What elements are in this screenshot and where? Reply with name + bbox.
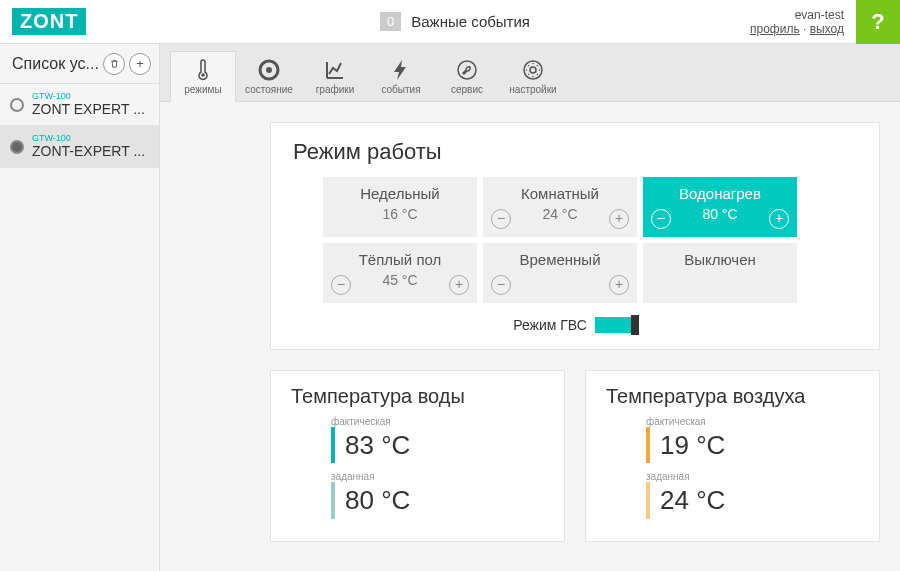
- thermometer-icon: [191, 58, 215, 82]
- events-label: Важные события: [411, 13, 530, 30]
- svg-point-3: [458, 61, 476, 79]
- radio-icon: [10, 98, 24, 112]
- air-temp-title: Температура воздуха: [606, 385, 859, 408]
- air-temp-card: Температура воздуха фактическая 19 °C за…: [585, 370, 880, 542]
- plus-icon[interactable]: +: [769, 209, 789, 229]
- chart-icon: [323, 58, 347, 82]
- mode-card-title: Режим работы: [293, 139, 857, 165]
- device-model: GTW-100: [32, 92, 145, 101]
- mode-water-heating[interactable]: Водонагрев 80 °C − +: [643, 177, 797, 237]
- water-temp-card: Температура воды фактическая 83 °C задан…: [270, 370, 565, 542]
- plus-icon[interactable]: +: [609, 209, 629, 229]
- device-model: GTW-100: [32, 134, 145, 143]
- username: evan-test: [750, 8, 844, 22]
- target-icon: [257, 58, 281, 82]
- sidebar: Список ус... + GTW-100 ZONT EXPERT ... G…: [0, 44, 160, 571]
- help-button[interactable]: ?: [856, 0, 900, 44]
- radio-icon: [10, 140, 24, 154]
- add-device-icon[interactable]: +: [129, 53, 151, 75]
- mode-warm-floor[interactable]: Тёплый пол 45 °C − +: [323, 243, 477, 303]
- toggle-knob: [631, 315, 639, 335]
- minus-icon[interactable]: −: [491, 209, 511, 229]
- sidebar-title: Список ус...: [12, 55, 99, 73]
- wrench-icon: [455, 58, 479, 82]
- mode-weekly[interactable]: Недельный 16 °C: [323, 177, 477, 237]
- tab-modes[interactable]: режимы: [170, 51, 236, 102]
- gvs-label: Режим ГВС: [513, 317, 587, 333]
- water-actual-value: 83 °C: [331, 427, 544, 463]
- air-target-label: заданная: [646, 471, 859, 482]
- tab-charts[interactable]: графики: [302, 52, 368, 101]
- gvs-toggle[interactable]: [595, 317, 637, 333]
- plus-icon[interactable]: +: [449, 275, 469, 295]
- device-item[interactable]: GTW-100 ZONT EXPERT ...: [0, 84, 159, 126]
- device-name: ZONT-EXPERT ...: [32, 143, 145, 159]
- gvs-row: Режим ГВС: [293, 317, 857, 333]
- logo: ZONT: [12, 8, 86, 35]
- mode-room[interactable]: Комнатный 24 °C − +: [483, 177, 637, 237]
- trash-icon[interactable]: [103, 53, 125, 75]
- water-actual-label: фактическая: [331, 416, 544, 427]
- mode-off[interactable]: Выключен: [643, 243, 797, 303]
- minus-icon[interactable]: −: [651, 209, 671, 229]
- events-badge: 0: [380, 12, 401, 31]
- header: ZONT 0 Важные события evan-test профиль …: [0, 0, 900, 44]
- logo-area: ZONT: [0, 8, 160, 35]
- events-center[interactable]: 0 Важные события: [160, 12, 750, 31]
- mode-card: Режим работы Недельный 16 °C Комнатный 2…: [270, 122, 880, 350]
- air-actual-value: 19 °C: [646, 427, 859, 463]
- tab-service[interactable]: сервис: [434, 52, 500, 101]
- tab-settings[interactable]: настройки: [500, 52, 566, 101]
- tab-state[interactable]: состояние: [236, 52, 302, 101]
- device-name: ZONT EXPERT ...: [32, 101, 145, 117]
- water-target-label: заданная: [331, 471, 544, 482]
- water-target-value: 80 °C: [331, 482, 544, 518]
- bolt-icon: [389, 58, 413, 82]
- logout-link[interactable]: выход: [810, 22, 844, 36]
- mode-temporary[interactable]: Временный − +: [483, 243, 637, 303]
- svg-point-2: [266, 67, 272, 73]
- user-block: evan-test профиль · выход: [750, 8, 856, 36]
- sidebar-header: Список ус... +: [0, 44, 159, 84]
- gear-icon: [521, 58, 545, 82]
- svg-point-5: [530, 67, 536, 73]
- minus-icon[interactable]: −: [491, 275, 511, 295]
- tabs: режимы состояние графики события сервис …: [160, 44, 900, 102]
- tab-events[interactable]: события: [368, 52, 434, 101]
- svg-point-0: [201, 73, 205, 77]
- air-actual-label: фактическая: [646, 416, 859, 427]
- plus-icon[interactable]: +: [609, 275, 629, 295]
- minus-icon[interactable]: −: [331, 275, 351, 295]
- air-target-value: 24 °C: [646, 482, 859, 518]
- device-item[interactable]: GTW-100 ZONT-EXPERT ...: [0, 126, 159, 168]
- profile-link[interactable]: профиль: [750, 22, 800, 36]
- water-temp-title: Температура воды: [291, 385, 544, 408]
